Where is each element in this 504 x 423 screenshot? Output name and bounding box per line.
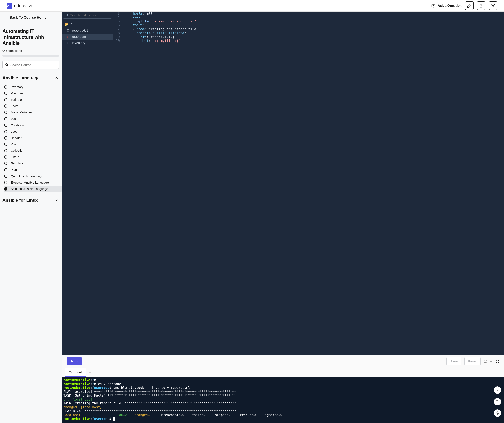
- lesson-label: Template: [11, 162, 23, 165]
- code-editor[interactable]: 3 hosts: all4▾ vars:5 myfile: "/usercode…: [113, 12, 504, 355]
- code-line: 10 dest: "{{ myfile }}": [113, 39, 504, 43]
- sidebar: ← Back To Course Home Automating IT Infr…: [0, 12, 62, 423]
- lesson-item[interactable]: Exercise: Ansible Language: [4, 179, 61, 186]
- fold-icon[interactable]: ▾: [120, 32, 122, 34]
- code-line: 4▾ vars:: [113, 15, 504, 19]
- terminal-line: root@educative:/usercode# ansible-playbo…: [63, 386, 502, 390]
- line-number: 3: [113, 12, 122, 15]
- file-search-input[interactable]: [70, 13, 109, 17]
- highlight-button[interactable]: [465, 1, 474, 10]
- lesson-item[interactable]: Conditional: [4, 122, 61, 128]
- run-button[interactable]: Run: [67, 358, 82, 365]
- lesson-status-icon: [4, 111, 7, 114]
- lesson-item[interactable]: Plugin: [4, 166, 61, 173]
- file-item[interactable]: inventory: [62, 40, 113, 46]
- lesson-label: Plugin: [11, 168, 19, 171]
- fold-icon[interactable]: ▾: [120, 16, 122, 18]
- line-content: hosts: all: [122, 12, 153, 15]
- chevron-up-icon: [54, 76, 59, 80]
- lesson-item[interactable]: Facts: [4, 103, 61, 109]
- save-button[interactable]: Save: [446, 357, 462, 365]
- theme-toggle-button[interactable]: [494, 409, 501, 417]
- lesson-item[interactable]: Loop: [4, 128, 61, 135]
- brand-name: educative: [14, 3, 33, 8]
- section-title: Ansible Language: [2, 76, 40, 80]
- chevron-down-icon: [54, 198, 59, 202]
- file-item[interactable]: report.txt.j2: [62, 28, 113, 34]
- fold-icon[interactable]: ▾: [120, 28, 122, 30]
- progress-text: 0% completed: [0, 49, 61, 55]
- code-line: 8▾ ansible.builtin.template:: [113, 31, 504, 35]
- terminal-tabs: Terminal +: [62, 368, 504, 377]
- ask-question-button[interactable]: Ask a Question: [431, 4, 462, 8]
- terminal-line: TASK [Gathering Facts] *****************…: [63, 394, 502, 398]
- terminal-line: root@educative:/usercode#: [63, 417, 502, 421]
- lesson-item[interactable]: Handler: [4, 135, 61, 141]
- lesson-item[interactable]: Magic Variables: [4, 109, 61, 116]
- line-content: tasks:: [122, 23, 145, 27]
- root-folder-name: /: [71, 23, 72, 26]
- lesson-label: Inventory: [11, 85, 24, 88]
- lesson-label: Role: [11, 142, 17, 146]
- line-number: 7▾: [113, 27, 122, 31]
- file-name: report.txt.j2: [72, 29, 89, 32]
- code-line: 9 src: report.txt.j2: [113, 35, 504, 39]
- search-icon: [5, 63, 8, 67]
- search-course[interactable]: [2, 61, 59, 69]
- lesson-item[interactable]: Role: [4, 141, 61, 147]
- svg-point-2: [6, 64, 7, 65]
- code-line: 3 hosts: all: [113, 12, 504, 15]
- svg-point-1: [492, 5, 494, 6]
- file-item[interactable]: Yreport.yml: [62, 34, 113, 40]
- lesson-item[interactable]: Playbook: [4, 90, 61, 96]
- terminal-tab[interactable]: Terminal: [65, 368, 86, 377]
- lesson-item[interactable]: Inventory: [4, 84, 61, 90]
- line-content: myfile: "/usercode/report.txt": [122, 19, 196, 23]
- section-header[interactable]: Ansible Language: [0, 73, 61, 83]
- lesson-item[interactable]: Vault: [4, 116, 61, 122]
- terminal-line: localhost : ok=2 changed=1 unreachable=0…: [63, 413, 502, 417]
- open-external-icon[interactable]: [483, 360, 487, 363]
- root-folder[interactable]: 📂 /: [62, 21, 113, 28]
- line-number: 9: [113, 35, 122, 39]
- back-to-course[interactable]: ← Back To Course Home: [0, 12, 61, 24]
- search-course-input[interactable]: [11, 63, 56, 67]
- lesson-status-icon: [4, 155, 7, 159]
- lesson-list: InventoryPlaybookVariablesFactsMagic Var…: [0, 83, 61, 196]
- text-size-button[interactable]: TT: [494, 398, 501, 405]
- lesson-status-icon: [4, 175, 7, 178]
- reset-button[interactable]: Reset: [464, 357, 480, 365]
- question-icon: [431, 4, 436, 8]
- gear-icon: [491, 4, 495, 8]
- help-button[interactable]: ?: [494, 386, 501, 394]
- editor-controls: Run Save Reset: [62, 355, 504, 368]
- lesson-label: Solution: Ansible Language: [11, 187, 48, 191]
- terminal-output[interactable]: root@educative:/#root@educative:/# cd /u…: [62, 377, 504, 423]
- lesson-item[interactable]: Collection: [4, 147, 61, 154]
- brand-logo[interactable]: >_ educative: [6, 3, 33, 9]
- yaml-file-icon: Y: [67, 35, 70, 38]
- settings-button[interactable]: [489, 1, 498, 10]
- file-explorer: 📂 / report.txt.j2Yreport.ymlinventory: [62, 12, 113, 355]
- section-header[interactable]: Ansible for Linux: [0, 196, 61, 206]
- notes-button[interactable]: [477, 1, 486, 10]
- file-search[interactable]: [63, 12, 112, 19]
- fold-icon[interactable]: ▾: [120, 24, 122, 26]
- line-content: - name: creating the report file: [122, 27, 196, 31]
- app-layout: ← Back To Course Home Automating IT Infr…: [0, 12, 504, 423]
- lesson-label: Magic Variables: [11, 111, 32, 114]
- search-icon: [66, 14, 68, 17]
- lesson-item[interactable]: Variables: [4, 96, 61, 103]
- fullscreen-icon[interactable]: [496, 360, 499, 363]
- lesson-label: Vault: [11, 117, 18, 120]
- lesson-item[interactable]: Quiz: Ansible Language: [4, 173, 61, 179]
- lesson-status-icon: [4, 181, 7, 184]
- lesson-label: Facts: [11, 104, 18, 108]
- add-terminal-button[interactable]: +: [86, 368, 94, 377]
- folder-open-icon: 📂: [65, 22, 69, 26]
- lesson-item[interactable]: Solution: Ansible Language: [4, 186, 61, 192]
- lesson-item[interactable]: Filters: [4, 154, 61, 160]
- terminal-line: ok: [localhost]: [63, 398, 502, 402]
- minimize-icon[interactable]: [490, 360, 493, 363]
- lesson-item[interactable]: Template: [4, 160, 61, 166]
